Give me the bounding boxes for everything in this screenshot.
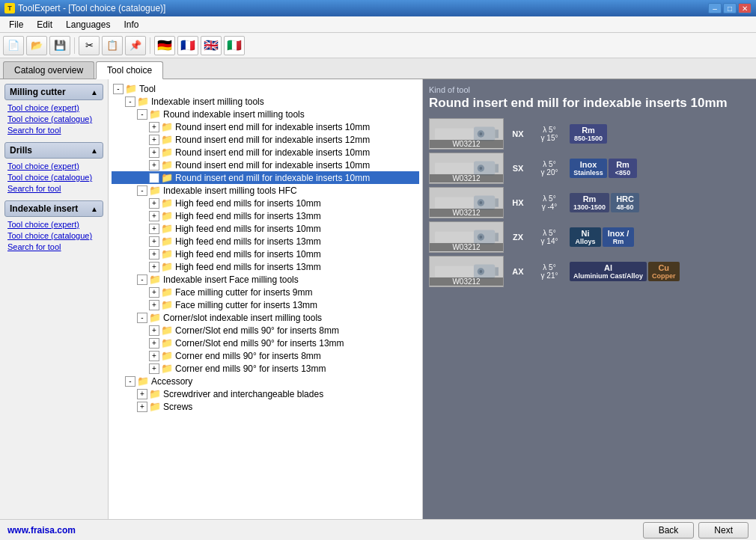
tree-item-corner-end-8[interactable]: + 📁 Corner end mills 90° for inserts 8mm — [112, 349, 419, 362]
tree-item-round-10mm-3[interactable]: + 📁 Round insert end mill for indexable … — [112, 159, 419, 171]
menu-languages[interactable]: Languages — [60, 18, 116, 31]
tool-image-ax[interactable]: W03212 — [429, 256, 504, 287]
tree-label-cs8: Corner/Slot end mills 90° for inserts 8m… — [175, 325, 339, 336]
drills-expert-link[interactable]: Tool choice (expert) — [7, 162, 103, 171]
next-button[interactable]: Next — [698, 522, 749, 539]
tree-expand-r12[interactable]: + — [149, 135, 159, 145]
tree-expand-indexable-milling[interactable]: - — [125, 96, 135, 107]
tree-item-corner-8[interactable]: + 📁 Corner/Slot end mills 90° for insert… — [112, 324, 419, 337]
tree-item-screws[interactable]: + 📁 Screws — [112, 400, 419, 413]
tree-label-ce8: Corner end mills 90° for inserts 8mm — [175, 351, 321, 361]
back-button[interactable]: Back — [643, 522, 695, 539]
menu-info[interactable]: Info — [118, 18, 144, 31]
tree-expand-hfc10-2[interactable]: + — [149, 224, 159, 234]
tree-item-corner-slot[interactable]: - 📁 Corner/slot indexable insert milling… — [112, 311, 419, 324]
tree-expand-r10-3[interactable]: + — [149, 160, 159, 171]
tree-expand-face13[interactable]: + — [149, 300, 159, 310]
minimize-button[interactable]: – — [708, 3, 722, 13]
milling-catalogue-link[interactable]: Tool choice (catalogue) — [7, 114, 103, 123]
flag-de-button[interactable]: 🇩🇪 — [154, 36, 175, 55]
tree-item-hfc-13-2[interactable]: + 📁 High feed end mills for inserts 13mm — [112, 235, 419, 248]
tree-item-round-10mm-2[interactable]: + 📁 Round insert end mill for indexable … — [112, 146, 419, 159]
paste-button[interactable]: 📌 — [125, 36, 146, 55]
drills-search-link[interactable]: Search for tool — [7, 184, 103, 193]
tree-expand-r10-1[interactable]: + — [149, 122, 159, 132]
tree-expand-corner-slot[interactable]: - — [137, 313, 147, 323]
tree-label-hfc13-3: High feed end mills for inserts 13mm — [175, 262, 321, 272]
drills-catalogue-link[interactable]: Tool choice (catalogue) — [7, 173, 103, 182]
tree-item-round-indexable[interactable]: - 📁 Round indexable insert milling tools — [112, 108, 419, 120]
restore-button[interactable]: □ — [723, 3, 737, 13]
tree-item-face-milling[interactable]: - 📁 Indexable insert Face milling tools — [112, 273, 419, 286]
tree-expand-r10-4[interactable]: + — [149, 173, 159, 183]
tree-expand-face[interactable]: - — [137, 274, 147, 285]
tree-item-indexable-milling[interactable]: - 📁 Indexable insert milling tools — [112, 95, 419, 108]
tree-item-accessory[interactable]: - 📁 Accessory — [112, 375, 419, 387]
tree-label-face13: Face milling cutter for inserts 13mm — [175, 300, 317, 310]
tree-item-hfc-10-1[interactable]: + 📁 High feed end mills for inserts 10mm — [112, 197, 419, 209]
flag-en-button[interactable]: 🇬🇧 — [201, 36, 222, 55]
tool-row-nx: W03212 NX λ 5°γ 15° Rm 850-1500 — [429, 118, 750, 150]
tree-expand-screws[interactable]: + — [137, 402, 147, 412]
tree-item-corner-13[interactable]: + 📁 Corner/Slot end mills 90° for insert… — [112, 337, 419, 349]
tree-expand-hfc13-2[interactable]: + — [149, 236, 159, 247]
tree-expand-accessory[interactable]: - — [125, 376, 135, 387]
tree-expand-hfc13-1[interactable]: + — [149, 211, 159, 221]
indexable-search-link[interactable]: Search for tool — [7, 242, 103, 251]
menu-file[interactable]: File — [3, 18, 29, 31]
copy-button[interactable]: 📋 — [102, 36, 123, 55]
tree-expand-tool[interactable]: - — [113, 84, 124, 94]
tree-expand-screw[interactable]: + — [137, 389, 147, 399]
tool-image-nx[interactable]: W03212 — [429, 118, 504, 150]
save-button[interactable]: 💾 — [49, 36, 70, 55]
tool-image-hx[interactable]: W03212 — [429, 187, 504, 218]
tree-item-round-10mm-1[interactable]: + 📁 Round insert end mill for indexable … — [112, 120, 419, 133]
tree-expand-r10-2[interactable]: + — [149, 147, 159, 158]
open-button[interactable]: 📂 — [26, 36, 47, 55]
tree-item-hfc[interactable]: - 📁 Indexable insert milling tools HFC — [112, 184, 419, 197]
flag-it-button[interactable]: 🇮🇹 — [224, 36, 245, 55]
section-milling-cutter[interactable]: Milling cutter ▲ — [4, 84, 103, 100]
tree-expand-hfc13-3[interactable]: + — [149, 262, 159, 272]
tree-item-hfc-13-1[interactable]: + 📁 High feed end mills for inserts 13mm — [112, 209, 419, 222]
tree-label-hfc13-1: High feed end mills for inserts 13mm — [175, 211, 321, 221]
svg-rect-19 — [495, 233, 499, 241]
tree-expand-round-indexable[interactable]: - — [137, 109, 147, 120]
milling-expert-link[interactable]: Tool choice (expert) — [7, 103, 103, 112]
milling-search-link[interactable]: Search for tool — [7, 126, 103, 135]
new-button[interactable]: 📄 — [3, 36, 24, 55]
grade-nx: NX — [507, 129, 529, 138]
tool-image-zx[interactable]: W03212 — [429, 221, 504, 253]
tree-item-hfc-10-2[interactable]: + 📁 High feed end mills for inserts 10mm — [112, 222, 419, 235]
tab-catalog-overview[interactable]: Catalog overview — [3, 61, 94, 79]
tool-image-sx[interactable]: W03212 — [429, 153, 504, 184]
tree-item-round-10mm-4[interactable]: + 📁 Round insert end mill for indexable … — [112, 171, 419, 184]
tree-item-hfc-13-3[interactable]: + 📁 High feed end mills for inserts 13mm — [112, 260, 419, 273]
svg-rect-4 — [495, 129, 499, 138]
tree-item-face-9mm[interactable]: + 📁 Face milling cutter for inserts 9mm — [112, 286, 419, 298]
indexable-catalogue-link[interactable]: Tool choice (catalogue) — [7, 231, 103, 240]
tree-expand-hfc10-3[interactable]: + — [149, 249, 159, 260]
tree-item-round-12mm[interactable]: + 📁 Round insert end mill for indexable … — [112, 133, 419, 146]
tree-expand-face9[interactable]: + — [149, 287, 159, 298]
tree-expand-ce8[interactable]: + — [149, 351, 159, 361]
close-button[interactable]: ✕ — [738, 3, 752, 13]
cut-button[interactable]: ✂ — [79, 36, 100, 55]
indexable-expert-link[interactable]: Tool choice (expert) — [7, 220, 103, 229]
tree-item-face-13mm[interactable]: + 📁 Face milling cutter for inserts 13mm — [112, 298, 419, 311]
tree-item-screwdriver[interactable]: + 📁 Screwdriver and interchangeable blad… — [112, 387, 419, 400]
flag-fr-button[interactable]: 🇫🇷 — [177, 36, 198, 55]
tree-item-hfc-10-3[interactable]: + 📁 High feed end mills for inserts 10mm — [112, 248, 419, 260]
tab-tool-choice[interactable]: Tool choice — [96, 61, 163, 79]
tree-expand-hfc[interactable]: - — [137, 185, 147, 196]
section-drills[interactable]: Drills ▲ — [4, 142, 103, 159]
tree-expand-cs8[interactable]: + — [149, 325, 159, 336]
menu-edit[interactable]: Edit — [31, 18, 58, 31]
tree-expand-ce13[interactable]: + — [149, 363, 159, 374]
tree-expand-cs13[interactable]: + — [149, 338, 159, 349]
section-milling-cutter-arrow: ▲ — [91, 88, 98, 96]
section-indexable[interactable]: Indexable insert ▲ — [4, 200, 103, 217]
tree-item-corner-end-13[interactable]: + 📁 Corner end mills 90° for inserts 13m… — [112, 362, 419, 375]
tree-expand-hfc10-1[interactable]: + — [149, 198, 159, 209]
tree-item-tool[interactable]: - 📁 Tool — [112, 82, 419, 95]
